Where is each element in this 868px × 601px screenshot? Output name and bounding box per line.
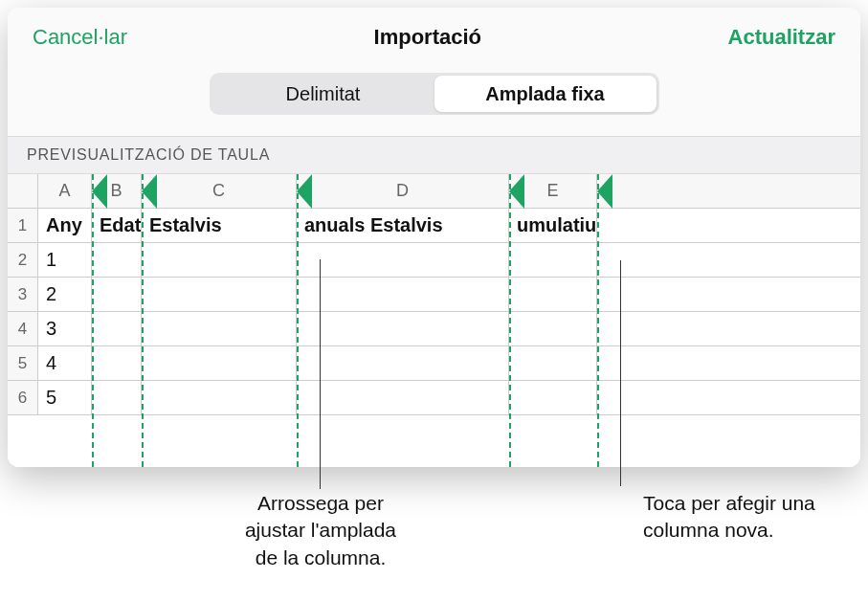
table-cell[interactable] xyxy=(142,278,297,311)
table-cell[interactable]: Any xyxy=(38,209,92,242)
column-divider-handle[interactable] xyxy=(92,174,107,209)
modal-title: Importació xyxy=(374,25,481,50)
table-cell[interactable] xyxy=(142,312,297,345)
column-divider-handle[interactable] xyxy=(509,174,524,209)
table-cell[interactable] xyxy=(92,346,142,380)
table-row: 43 xyxy=(8,312,860,346)
row-header[interactable]: 2 xyxy=(8,243,38,277)
segment-fixed-width[interactable]: Amplada fixa xyxy=(434,76,657,112)
corner-cell xyxy=(8,174,38,208)
table-cell[interactable] xyxy=(142,381,297,414)
import-mode-segmented: Delimitat Amplada fixa xyxy=(210,73,659,115)
column-header-a[interactable]: A xyxy=(38,174,92,208)
table-cell[interactable] xyxy=(297,312,509,345)
preview-section-label: PREVISUALITZACIÓ DE TAULA xyxy=(8,136,860,174)
segment-delimited[interactable]: Delimitat xyxy=(212,76,434,112)
table-cell[interactable] xyxy=(509,243,597,277)
table-cell-filler xyxy=(597,243,860,277)
callout-line-tap xyxy=(620,260,621,486)
row-header[interactable]: 5 xyxy=(8,346,38,380)
table-cell[interactable]: 3 xyxy=(38,312,92,345)
column-header-row: ABCDE xyxy=(8,174,860,209)
import-modal: Cancel·lar Importació Actualitzar Delimi… xyxy=(8,8,860,467)
column-header-d[interactable]: D xyxy=(297,174,509,208)
table-cell[interactable] xyxy=(92,243,142,277)
table-cell[interactable]: 2 xyxy=(38,278,92,311)
column-divider-handle[interactable] xyxy=(597,174,612,209)
table-cell[interactable] xyxy=(297,243,509,277)
row-header[interactable]: 3 xyxy=(8,278,38,311)
column-divider-handle[interactable] xyxy=(297,174,312,209)
preview-grid: ABCDE1AnyEdatEstalvisanuals Estalvisumul… xyxy=(8,174,860,467)
table-row: 65 xyxy=(8,381,860,415)
table-cell[interactable] xyxy=(92,381,142,414)
table-cell[interactable] xyxy=(297,381,509,414)
table-cell[interactable] xyxy=(297,346,509,380)
column-header-filler xyxy=(597,174,860,208)
table-cell[interactable]: 5 xyxy=(38,381,92,414)
table-row: 1AnyEdatEstalvisanuals Estalvisumulatius… xyxy=(8,209,860,243)
row-header[interactable]: 6 xyxy=(8,381,38,414)
column-header-c[interactable]: C xyxy=(142,174,297,208)
column-divider-handle[interactable] xyxy=(142,174,157,209)
table-cell[interactable] xyxy=(92,278,142,311)
callout-tap: Toca per afegir unacolumna nova. xyxy=(643,490,863,545)
table-cell[interactable]: 1 xyxy=(38,243,92,277)
table-cell-filler xyxy=(597,209,860,242)
table-cell-filler xyxy=(597,346,860,380)
cancel-button[interactable]: Cancel·lar xyxy=(33,25,127,50)
callout-line-drag xyxy=(320,259,321,489)
table-cell[interactable]: Edat xyxy=(92,209,142,242)
row-header[interactable]: 4 xyxy=(8,312,38,345)
table-cell[interactable] xyxy=(509,312,597,345)
callout-drag: Arrossega perajustar l'ampladade la colu… xyxy=(196,490,445,571)
table-preview: ABCDE1AnyEdatEstalvisanuals Estalvisumul… xyxy=(8,174,860,467)
modal-header: Cancel·lar Importació Actualitzar xyxy=(8,8,860,63)
table-cell[interactable] xyxy=(142,243,297,277)
table-cell[interactable] xyxy=(509,278,597,311)
table-cell[interactable]: umulatius Estalvi xyxy=(509,209,597,242)
table-cell[interactable] xyxy=(297,278,509,311)
segmented-control-wrap: Delimitat Amplada fixa xyxy=(8,63,860,136)
table-row: 32 xyxy=(8,278,860,312)
table-cell[interactable]: anuals Estalvis xyxy=(297,209,509,242)
table-cell[interactable] xyxy=(509,381,597,414)
table-row: 21 xyxy=(8,243,860,278)
table-cell-filler xyxy=(597,278,860,311)
table-cell[interactable] xyxy=(509,346,597,380)
table-cell[interactable]: Estalvis xyxy=(142,209,297,242)
row-header[interactable]: 1 xyxy=(8,209,38,242)
update-button[interactable]: Actualitzar xyxy=(728,25,835,50)
table-cell[interactable] xyxy=(92,312,142,345)
table-cell[interactable]: 4 xyxy=(38,346,92,380)
table-cell[interactable] xyxy=(142,346,297,380)
table-row: 54 xyxy=(8,346,860,381)
table-cell-filler xyxy=(597,312,860,345)
table-cell-filler xyxy=(597,381,860,414)
